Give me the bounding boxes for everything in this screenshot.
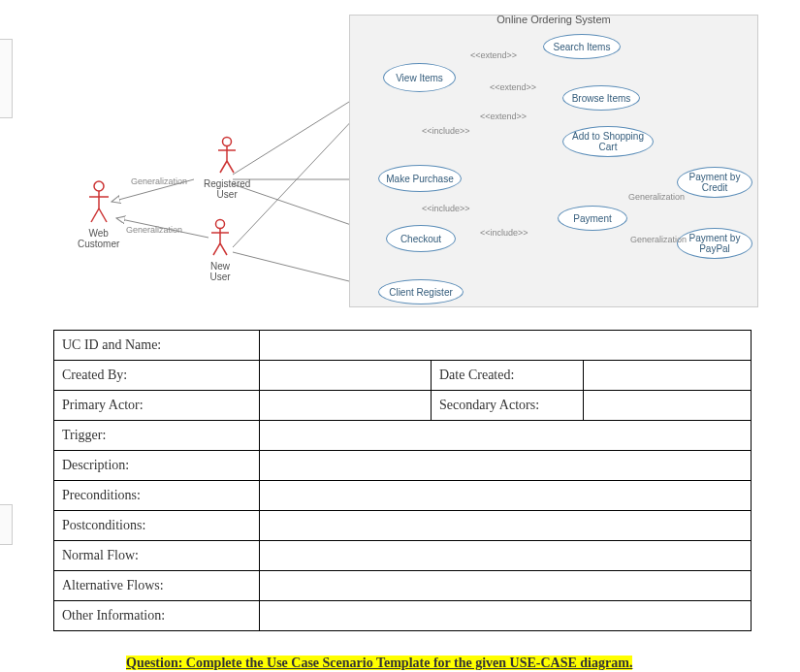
question-prompt: Question: Complete the Use Case Scenario… bbox=[126, 656, 800, 671]
row-value bbox=[260, 361, 432, 391]
table-row: Primary Actor:Secondary Actors: bbox=[54, 391, 752, 421]
label-extend: <<extend>> bbox=[470, 50, 517, 60]
svg-line-18 bbox=[91, 208, 99, 222]
row-label: Preconditions: bbox=[54, 481, 260, 511]
stick-figure-icon bbox=[85, 179, 112, 226]
row-value bbox=[584, 361, 752, 391]
row-label: Secondary Actors: bbox=[432, 391, 584, 421]
svg-point-25 bbox=[216, 220, 225, 229]
label-extend: <<extend>> bbox=[490, 82, 536, 92]
stick-figure-icon bbox=[208, 218, 232, 259]
uc-payment: Payment bbox=[558, 206, 627, 231]
row-label: Description: bbox=[54, 451, 260, 481]
label-include: <<include>> bbox=[422, 204, 470, 213]
row-value bbox=[260, 571, 752, 601]
label-generalization: Generalization bbox=[628, 192, 685, 202]
table-row: Trigger: bbox=[54, 421, 752, 451]
row-label: Other Information: bbox=[54, 601, 260, 631]
table-row: Postconditions: bbox=[54, 511, 752, 541]
row-value bbox=[260, 541, 752, 571]
row-label: Created By: bbox=[54, 361, 260, 391]
actor-label: RegisteredUser bbox=[204, 178, 250, 200]
row-label: Normal Flow: bbox=[54, 541, 260, 571]
actor-label: WebCustomer bbox=[78, 228, 119, 249]
uc-pay-credit: Payment byCredit bbox=[677, 167, 752, 198]
uc-browse-items: Browse Items bbox=[562, 85, 640, 111]
margin-tab-2 bbox=[0, 504, 13, 545]
row-label: Postconditions: bbox=[54, 511, 260, 541]
row-value bbox=[260, 331, 752, 361]
svg-line-28 bbox=[213, 243, 220, 255]
uc-checkout: Checkout bbox=[386, 225, 456, 252]
svg-line-19 bbox=[99, 208, 107, 222]
actor-new-user: NewUser bbox=[208, 218, 232, 282]
question-text: Question: Complete the Use Case Scenario… bbox=[126, 656, 632, 670]
label-extend: <<extend>> bbox=[480, 112, 527, 121]
svg-line-23 bbox=[220, 161, 227, 173]
uc-search-items: Search Items bbox=[543, 34, 621, 59]
uc-pay-paypal: Payment byPayPal bbox=[677, 228, 752, 259]
row-value bbox=[260, 481, 752, 511]
row-value bbox=[260, 451, 752, 481]
row-label: Trigger: bbox=[54, 421, 260, 451]
row-value bbox=[260, 601, 752, 631]
uc-make-purchase: Make Purchase bbox=[378, 165, 462, 192]
uc-add-to-cart: Add to ShoppingCart bbox=[562, 126, 654, 157]
actor-label: NewUser bbox=[208, 261, 232, 282]
label-include: <<include>> bbox=[480, 228, 528, 238]
label-generalization: Generalization bbox=[126, 225, 182, 235]
margin-tab bbox=[0, 39, 13, 118]
label-generalization: Generalization bbox=[131, 176, 187, 186]
row-value bbox=[260, 511, 752, 541]
table-row: UC ID and Name: bbox=[54, 331, 752, 361]
row-label: Primary Actor: bbox=[54, 391, 260, 421]
svg-line-24 bbox=[227, 161, 234, 173]
row-label: UC ID and Name: bbox=[54, 331, 260, 361]
stick-figure-icon bbox=[215, 136, 239, 176]
row-value bbox=[584, 391, 752, 421]
svg-point-20 bbox=[223, 138, 232, 146]
table-row: Other Information: bbox=[54, 601, 752, 631]
table-row: Created By:Date Created: bbox=[54, 361, 752, 391]
table-row: Description: bbox=[54, 451, 752, 481]
svg-line-29 bbox=[220, 243, 227, 255]
usecase-diagram: Online Ordering System WebCustomer Regis… bbox=[39, 10, 776, 310]
table-row: Alternative Flows: bbox=[54, 571, 752, 601]
row-label: Alternative Flows: bbox=[54, 571, 260, 601]
actor-web-customer: WebCustomer bbox=[78, 179, 119, 249]
uc-client-register: Client Register bbox=[378, 279, 464, 304]
system-title: Online Ordering System bbox=[350, 14, 757, 25]
row-value bbox=[260, 421, 752, 451]
actor-registered-user: RegisteredUser bbox=[204, 136, 250, 200]
table-row: Preconditions: bbox=[54, 481, 752, 511]
label-generalization: Generalization bbox=[630, 235, 687, 244]
label-include: <<include>> bbox=[422, 126, 470, 136]
row-value bbox=[260, 391, 432, 421]
svg-point-15 bbox=[94, 181, 104, 191]
system-boundary: Online Ordering System bbox=[349, 15, 758, 307]
table-row: Normal Flow: bbox=[54, 541, 752, 571]
uc-view-items: View Items bbox=[383, 63, 456, 92]
usecase-template-table: UC ID and Name: Created By:Date Created:… bbox=[53, 330, 752, 631]
row-label: Date Created: bbox=[432, 361, 584, 391]
